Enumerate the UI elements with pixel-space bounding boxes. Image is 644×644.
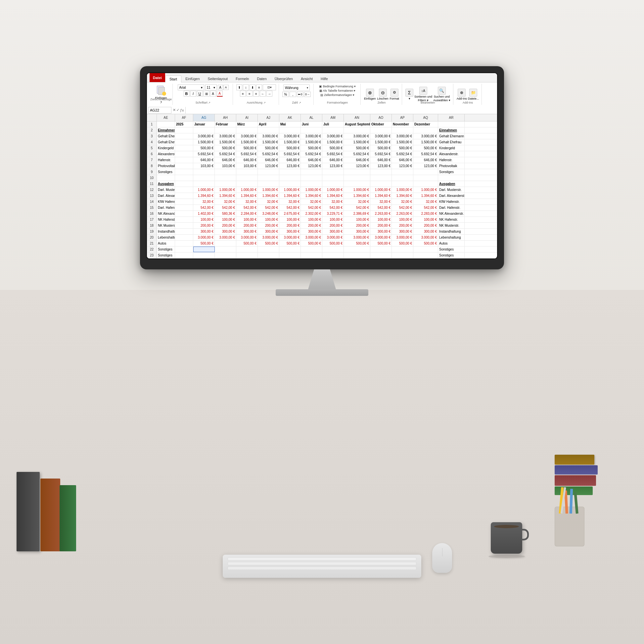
cell-aj15[interactable]: 542,00 € <box>258 205 279 210</box>
cell-ai4[interactable]: 1.500,00 € <box>236 139 258 145</box>
cell-ak10[interactable] <box>279 175 301 181</box>
cell-aq6[interactable]: 5.692,54 € <box>413 151 438 157</box>
mouse[interactable] <box>432 543 452 573</box>
align-left-btn[interactable]: ≡ <box>240 91 246 97</box>
cell-ap6[interactable]: 5.692,54 € <box>392 151 413 157</box>
cell-af21[interactable] <box>175 241 193 246</box>
cell-am12[interactable]: 1.000,00 € <box>322 187 344 193</box>
cell-ah12[interactable]: 1.000,00 € <box>215 187 236 193</box>
cell-af1[interactable]: 2025 <box>175 121 193 127</box>
sum-btn[interactable]: Σ <box>405 89 413 97</box>
bedingte-formatierung-btn[interactable]: ▣ Bedingte Formatierung ▾ <box>319 84 356 88</box>
cell-af11[interactable] <box>175 181 193 187</box>
cell-ap21[interactable]: 500,00 € <box>392 241 413 246</box>
cell-am20[interactable]: 3.000,00 € <box>322 235 344 240</box>
cell-ai7[interactable]: 646,00 € <box>236 157 258 163</box>
cell-ae13[interactable]: Darl. Alexanderstr. <box>157 193 175 199</box>
cell-ap17[interactable]: 100,00 € <box>392 217 413 222</box>
cell-ai19[interactable]: 300,00 € <box>236 229 258 234</box>
cell-af18[interactable] <box>175 223 193 228</box>
number-format-dropdown[interactable]: Währung ▾ <box>283 84 310 91</box>
cell-ao6[interactable]: 5.692,54 € <box>370 151 392 157</box>
cell-aj12[interactable]: 1.000,00 € <box>258 187 279 193</box>
zellenformatvorlagen-btn[interactable]: ▤ Zellenformatvorlagen ▾ <box>320 93 355 97</box>
cell-ag19[interactable]: 300,00 € <box>193 229 215 234</box>
cell-ar4[interactable]: Gehalt Ehefrau <box>438 139 465 145</box>
cell-al1[interactable]: Juni <box>301 121 322 127</box>
cell-aq2[interactable] <box>413 127 438 133</box>
cell-ae7[interactable]: Hafenstr. <box>157 157 175 163</box>
cell-al16[interactable]: 2.302,00 € <box>301 211 322 216</box>
tab-daten[interactable]: Daten <box>253 75 270 82</box>
cell-aq20[interactable]: 3.000,00 € <box>413 235 438 240</box>
cell-ak4[interactable]: 1.500,00 € <box>279 139 301 145</box>
cell-ai21[interactable]: 500,00 € <box>236 241 258 246</box>
keyboard[interactable] <box>223 555 421 578</box>
cell-aq21[interactable]: 500,00 € <box>413 241 438 246</box>
cell-ag22[interactable] <box>193 247 215 252</box>
cell-ai15[interactable]: 542,00 € <box>236 205 258 210</box>
cell-aq18[interactable]: 200,00 € <box>413 223 438 228</box>
cell-an4[interactable]: 1.500,00 € <box>344 139 370 145</box>
cell-ah22[interactable] <box>215 247 236 252</box>
cell-ak18[interactable]: 200,00 € <box>279 223 301 228</box>
cell-al5[interactable]: 500,00 € <box>301 145 322 151</box>
cell-ai13[interactable]: 1.394,60 € <box>236 193 258 199</box>
cell-ai1[interactable]: März <box>236 121 258 127</box>
border-btn[interactable]: ⊞ <box>204 91 209 97</box>
cell-ao5[interactable]: 500,00 € <box>370 145 392 151</box>
cell-al7[interactable]: 646,00 € <box>301 157 322 163</box>
cell-aj18[interactable]: 200,00 € <box>258 223 279 228</box>
cell-al10[interactable] <box>301 175 322 181</box>
cell-ah23[interactable] <box>215 253 236 258</box>
cell-aq4[interactable]: 1.500,00 € <box>413 139 438 145</box>
cell-an1[interactable]: August September <box>344 121 370 127</box>
cell-ref-box[interactable]: AG22 <box>148 107 171 114</box>
cell-an13[interactable]: 1.394,60 € <box>344 193 370 199</box>
cell-ao23[interactable] <box>370 253 392 258</box>
cell-aq22[interactable] <box>413 247 438 252</box>
cell-aq23[interactable] <box>413 253 438 258</box>
cell-ak16[interactable]: 2.675,00 € <box>279 211 301 216</box>
cell-ai10[interactable] <box>236 175 258 181</box>
cell-an14[interactable]: 32,00 € <box>344 199 370 205</box>
cell-ak3[interactable]: 3.000,00 € <box>279 133 301 139</box>
cell-ai16[interactable]: 2.284,00 € <box>236 211 258 216</box>
cell-aj8[interactable]: 123,00 € <box>258 163 279 169</box>
cell-ao10[interactable] <box>370 175 392 181</box>
cell-ag2[interactable] <box>193 127 215 133</box>
cell-ak20[interactable]: 3.000,00 € <box>279 235 301 240</box>
decrease-font-btn[interactable]: A <box>223 85 229 90</box>
cell-ah5[interactable]: 500,00 € <box>215 145 236 151</box>
cell-aj5[interactable]: 500,00 € <box>258 145 279 151</box>
cell-aj13[interactable]: 1.394,60 € <box>258 193 279 199</box>
cell-aq5[interactable]: 500,00 € <box>413 145 438 151</box>
cell-ag1[interactable]: Januar <box>193 121 215 127</box>
cell-af3[interactable] <box>175 133 193 139</box>
addins-btn[interactable]: ⊕ Add-Ins <box>457 89 467 100</box>
cell-ag15[interactable]: 542,00 € <box>193 205 215 210</box>
cell-ae9[interactable]: Sonstiges <box>157 169 175 175</box>
cell-af12[interactable] <box>175 187 193 193</box>
col-header-ao[interactable]: AO <box>370 114 392 121</box>
cell-am17[interactable]: 100,00 € <box>322 217 344 222</box>
cell-ap10[interactable] <box>392 175 413 181</box>
col-header-ak[interactable]: AK <box>279 114 301 121</box>
cell-ak8[interactable]: 123,00 € <box>279 163 301 169</box>
cell-ao1[interactable]: Oktober <box>370 121 392 127</box>
cell-aj1[interactable]: April <box>258 121 279 127</box>
cell-ae18[interactable]: NK Musterstr. <box>157 223 175 228</box>
cell-ag17[interactable]: 100,00 € <box>193 217 215 222</box>
tab-start[interactable]: Start <box>165 75 181 82</box>
cell-ak17[interactable]: 100,00 € <box>279 217 301 222</box>
cell-an20[interactable]: 3.000,00 € <box>344 235 370 240</box>
cell-am10[interactable] <box>322 175 344 181</box>
cell-ae12[interactable]: Darl. Musterstr. <box>157 187 175 193</box>
col-header-af[interactable]: AF <box>175 114 193 121</box>
cell-ah14[interactable]: 32,00 € <box>215 199 236 205</box>
cell-al8[interactable]: 123,00 € <box>301 163 322 169</box>
cell-ar5[interactable]: Kindergeld <box>438 145 465 151</box>
cell-al22[interactable] <box>301 247 322 252</box>
bold-btn[interactable]: B <box>184 91 190 97</box>
cell-am15[interactable]: 542,00 € <box>322 205 344 210</box>
